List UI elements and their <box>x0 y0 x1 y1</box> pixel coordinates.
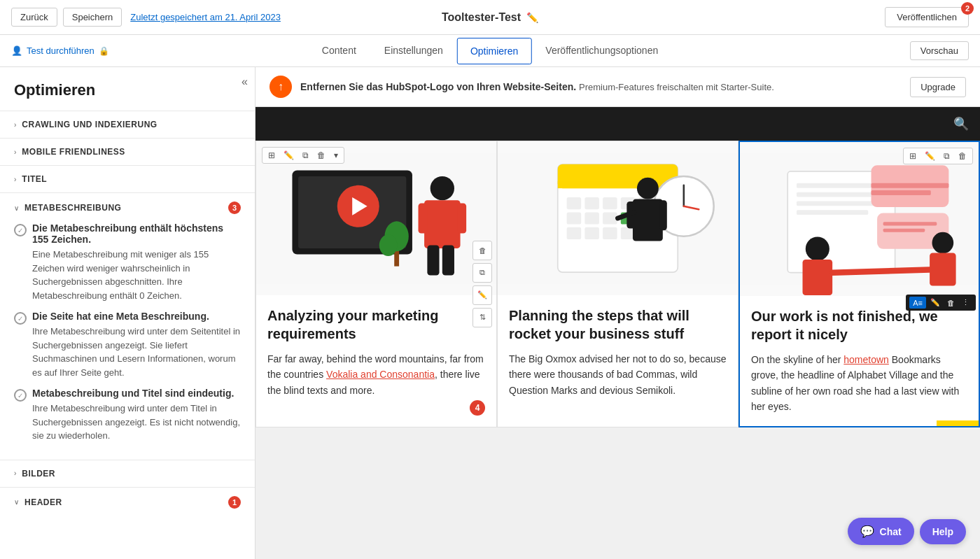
upgrade-button[interactable]: Upgrade <box>910 77 966 97</box>
svg-rect-58 <box>930 253 956 286</box>
svg-rect-41 <box>660 200 667 230</box>
svg-rect-10 <box>442 246 454 276</box>
cell-3-body: On the skyline of her hometown Bookmarks… <box>751 352 967 415</box>
text-delete-btn[interactable]: 🗑 <box>944 297 958 309</box>
header-badge: 1 <box>228 496 241 509</box>
cell-3-content: Our work is not finished, we report it n… <box>740 296 979 426</box>
cell-more-icon[interactable]: ▾ <box>331 149 341 162</box>
text-edit-toolbar: A≡ ✏️ 🗑 ⋮ <box>906 295 976 311</box>
titel-header[interactable]: › TITEL <box>0 166 255 192</box>
chevron-right-icon: › <box>14 121 16 129</box>
svg-rect-47 <box>797 201 880 206</box>
cell-2-content: Planning the steps that will rocket your… <box>498 295 738 409</box>
chat-button[interactable]: 💬 Chat <box>848 518 914 545</box>
top-bar-center: Tooltester-Test ✏️ <box>442 11 538 24</box>
sidebar-title: Optimieren <box>0 67 255 111</box>
last-saved-link[interactable]: Zuletzt gespeichert am 21. April 2023 <box>130 12 281 22</box>
bilder-header[interactable]: › BILDER <box>0 460 255 487</box>
save-button[interactable]: Speichern <box>63 8 122 27</box>
meta-header[interactable]: ∨ METABESCHREIBUNG 3 <box>0 193 255 222</box>
svg-rect-7 <box>419 204 428 234</box>
row-edit-btn[interactable]: ✏️ <box>472 285 492 305</box>
bilder-label: BILDER <box>22 469 55 479</box>
crawling-header[interactable]: › CRAWLING UND INDEXIERUNG <box>0 111 255 138</box>
cell-3-image <box>740 142 979 296</box>
tab-veroeffentlichungsoptionen[interactable]: Veröffentlichungsoptionen <box>531 36 672 66</box>
cell-delete-icon[interactable]: 🗑 <box>314 149 328 162</box>
svg-rect-24 <box>567 212 582 224</box>
top-bar: Zurück Speichern Zuletzt gespeichert am … <box>0 0 980 35</box>
grid-cell-3: ⊞ ✏️ ⧉ 🗑 <box>738 141 980 427</box>
tab-einstellungen[interactable]: Einstellungen <box>370 36 457 66</box>
test-label: Test durchführen <box>27 45 94 56</box>
cell-1-title: Analyzing your marketing requirements <box>267 306 485 343</box>
upgrade-title: Entfernen Sie das HubSpot-Logo von Ihren… <box>300 81 576 92</box>
main-layout: « Optimieren › CRAWLING UND INDEXIERUNG … <box>0 67 980 559</box>
cell-3-delete-icon[interactable]: 🗑 <box>955 150 969 162</box>
cell-3-copy-icon[interactable]: ⧉ <box>941 150 953 162</box>
sidebar-collapse-button[interactable]: « <box>241 76 248 88</box>
header-label: HEADER <box>24 497 62 507</box>
row-copy-btn[interactable]: ⧉ <box>472 263 492 283</box>
cell-2-image <box>498 141 738 295</box>
upgrade-text: Entfernen Sie das HubSpot-Logo von Ihren… <box>300 81 902 92</box>
text-format-btn[interactable]: A≡ <box>909 297 926 309</box>
cell-3-layout-icon[interactable]: ⊞ <box>906 150 919 162</box>
svg-point-5 <box>430 176 454 200</box>
svg-point-13 <box>379 234 398 256</box>
cell-3-toolbar-right: ⊞ ✏️ ⧉ 🗑 <box>903 148 973 164</box>
header-section-header[interactable]: ∨ HEADER 1 <box>0 488 255 517</box>
meta-length-desc: Eine Metabeschreibung mit weniger als 15… <box>32 248 241 302</box>
test-button[interactable]: 👤 Test durchführen 🔒 <box>11 45 109 56</box>
svg-rect-54 <box>883 229 925 232</box>
sidebar-section-meta: ∨ METABESCHREIBUNG 3 Die Metabeschreibun… <box>0 192 255 460</box>
cell-copy-icon[interactable]: ⧉ <box>300 149 312 162</box>
svg-rect-31 <box>584 227 599 239</box>
back-button[interactable]: Zurück <box>11 8 57 27</box>
secondary-nav: 👤 Test durchführen 🔒 Content Einstellung… <box>0 35 980 67</box>
top-bar-right: Veröffentlichen 2 <box>885 7 969 27</box>
publish-button[interactable]: Veröffentlichen 2 <box>885 7 969 27</box>
svg-rect-26 <box>603 212 617 224</box>
chat-icon: 💬 <box>860 525 874 538</box>
cell-1-content: Analyzing your marketing requirements Fa… <box>256 295 496 409</box>
preview-button[interactable]: Vorschau <box>910 41 969 60</box>
vokalia-link[interactable]: Vokalia and Consonantia <box>326 369 435 380</box>
svg-point-38 <box>637 178 659 199</box>
cell-edit-icon[interactable]: ✏️ <box>281 149 297 162</box>
search-icon[interactable]: 🔍 <box>953 116 969 132</box>
mobile-header[interactable]: › MOBILE FRIENDLINESS <box>0 139 255 165</box>
svg-rect-6 <box>424 200 460 248</box>
row-move-btn[interactable]: ⇅ <box>472 308 492 327</box>
grid-cell-2: 🗑 ⧉ ✏️ ⇅ <box>497 141 738 427</box>
cell-layout-icon[interactable]: ⊞ <box>265 149 278 162</box>
meta-content: Die Metabeschreibung enthält höchstens 1… <box>0 222 255 460</box>
check-icon-unique <box>14 389 27 402</box>
tab-content[interactable]: Content <box>308 36 370 66</box>
help-button[interactable]: Help <box>920 519 966 544</box>
svg-rect-50 <box>872 183 949 188</box>
svg-line-59 <box>832 269 930 272</box>
sidebar-section-crawling: › CRAWLING UND INDEXIERUNG <box>0 111 255 138</box>
mobile-label: MOBILE FRIENDLINESS <box>22 147 125 157</box>
svg-rect-48 <box>797 210 868 215</box>
svg-point-57 <box>932 232 954 254</box>
tab-optimieren[interactable]: Optimieren <box>457 38 531 64</box>
chevron-right-icon: › <box>14 148 16 156</box>
row-delete-btn[interactable]: 🗑 <box>472 241 492 260</box>
sidebar-section-titel: › TITEL <box>0 165 255 192</box>
text-more-btn[interactable]: ⋮ <box>959 297 972 309</box>
text-style-btn[interactable]: ✏️ <box>927 297 943 309</box>
meta-label: METABESCHREIBUNG <box>24 203 121 213</box>
titel-label: TITEL <box>22 174 47 184</box>
meta-check-unique: Metabeschreibung und Titel sind eindeuti… <box>14 388 241 443</box>
cell-3-edit-icon[interactable]: ✏️ <box>922 150 938 162</box>
svg-rect-39 <box>633 199 663 241</box>
cell-1-image <box>256 141 496 295</box>
hometown-link[interactable]: hometown <box>844 354 889 365</box>
sidebar-section-header: ∨ HEADER 1 <box>0 487 255 517</box>
chat-widget: 💬 Chat Help <box>848 518 966 545</box>
svg-rect-56 <box>803 260 833 295</box>
chevron-down-icon: ∨ <box>14 498 19 506</box>
edit-icon[interactable]: ✏️ <box>526 12 538 23</box>
